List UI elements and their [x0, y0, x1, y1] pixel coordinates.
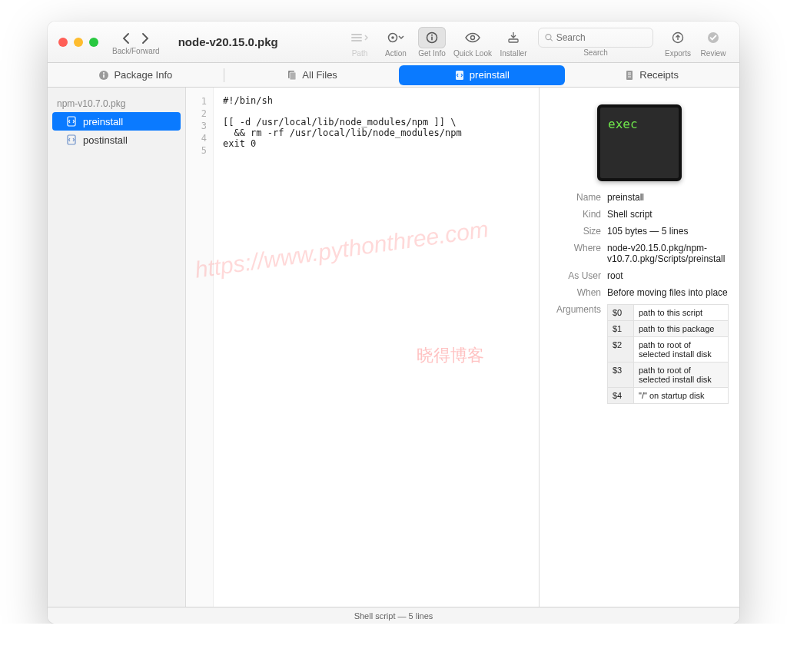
gear-dropdown-icon [386, 31, 406, 44]
window-controls [58, 38, 98, 47]
info-key-size: Size [550, 226, 601, 237]
args-row: $2path to root of selected install disk [608, 337, 729, 362]
path-label: Path [352, 49, 368, 58]
info-key-asuser: As User [550, 270, 601, 281]
args-row: $3path to root of selected install disk [608, 362, 729, 388]
export-icon [672, 31, 684, 44]
arg-desc: path to this script [634, 305, 729, 321]
code-viewer: 12345 #!/bin/sh [[ -d /usr/local/lib/nod… [186, 88, 540, 607]
script-file-icon [66, 134, 77, 145]
sidebar-item-label: preinstall [83, 116, 123, 127]
tab-divider [224, 68, 224, 82]
nav-label: Back/Forward [112, 47, 160, 55]
check-circle-icon [707, 31, 719, 44]
status-text: Shell script — 5 lines [354, 611, 433, 621]
info-key-kind: Kind [550, 209, 601, 220]
arg-desc: path to root of selected install disk [634, 337, 729, 362]
action-label: Action [385, 49, 407, 58]
svg-rect-7 [431, 36, 433, 40]
arg-key: $3 [608, 362, 634, 388]
chevron-right-icon [142, 33, 149, 44]
sidebar-item-postinstall[interactable]: postinstall [52, 131, 181, 149]
installer-button[interactable] [500, 27, 527, 48]
svg-rect-22 [628, 76, 631, 77]
info-pane: exec Name preinstall Kind Shell script S… [540, 88, 739, 607]
info-val-size: 105 bytes — 5 lines [607, 226, 729, 237]
svg-rect-0 [351, 34, 362, 35]
tab-label: preinstall [470, 69, 510, 81]
getinfo-button[interactable] [418, 27, 446, 48]
sidebar-item-label: postinstall [83, 134, 128, 146]
svg-point-8 [470, 35, 474, 39]
svg-point-4 [391, 36, 394, 39]
quicklook-label: Quick Look [453, 49, 492, 58]
exports-button[interactable] [664, 27, 692, 48]
svg-point-10 [546, 34, 551, 39]
svg-point-14 [103, 72, 105, 74]
tab-preinstall[interactable]: preinstall [399, 65, 566, 85]
tab-package-info[interactable]: Package Info [52, 65, 219, 85]
getinfo-label: Get Info [418, 49, 446, 58]
action-button[interactable] [381, 27, 410, 48]
nav-group: Back/Forward [112, 29, 160, 55]
window-title: node-v20.15.0.pkg [178, 35, 278, 48]
args-row: $4"/" on startup disk [608, 388, 729, 404]
receipt-icon [624, 70, 635, 81]
arg-desc: "/" on startup disk [634, 388, 729, 404]
files-icon [287, 70, 297, 81]
installer-label: Installer [500, 49, 526, 58]
info-key-arguments: Arguments [550, 304, 601, 315]
close-button[interactable] [58, 38, 68, 47]
info-icon [98, 70, 109, 81]
eye-icon [465, 32, 480, 43]
svg-rect-17 [290, 72, 296, 80]
info-val-arguments: $0path to this script$1path to this pack… [607, 304, 729, 404]
args-row: $0path to this script [608, 305, 729, 321]
status-bar: Shell script — 5 lines [48, 607, 739, 624]
exec-badge: exec [608, 117, 638, 169]
info-key-where: Where [550, 243, 601, 253]
arg-key: $4 [608, 388, 634, 404]
review-label: Review [701, 49, 726, 58]
tab-receipts[interactable]: Receipts [568, 65, 735, 85]
search-icon [545, 33, 553, 42]
arg-desc: path to root of selected install disk [634, 362, 729, 388]
arg-key: $2 [608, 337, 634, 362]
info-icon [426, 31, 438, 44]
app-window: Back/Forward node-v20.15.0.pkg Path Acti… [48, 22, 739, 624]
zoom-button[interactable] [89, 38, 98, 47]
list-icon [351, 32, 368, 43]
info-val-where: node-v20.15.0.pkg/npm-v10.7.0.pkg/Script… [607, 243, 729, 264]
sidebar-item-preinstall[interactable]: preinstall [52, 112, 181, 131]
svg-rect-2 [351, 40, 362, 41]
info-val-kind: Shell script [607, 209, 729, 220]
arg-key: $0 [608, 305, 634, 321]
minimize-button[interactable] [74, 38, 83, 47]
tab-label: Receipts [639, 69, 679, 81]
search-input[interactable] [556, 32, 646, 43]
svg-point-6 [431, 34, 433, 35]
back-button[interactable] [117, 29, 135, 48]
info-key-when: When [550, 287, 601, 298]
arg-desc: path to this package [634, 321, 729, 337]
arg-key: $1 [608, 321, 634, 337]
code-content[interactable]: #!/bin/sh [[ -d /usr/local/lib/node_modu… [214, 88, 539, 607]
exports-label: Exports [665, 49, 691, 58]
quicklook-button[interactable] [459, 27, 486, 48]
sidebar: npm-v10.7.0.pkg preinstallpostinstall [48, 88, 186, 607]
svg-rect-21 [628, 74, 631, 75]
tab-all-files[interactable]: All Files [229, 65, 396, 85]
installer-icon [507, 31, 520, 44]
path-button [346, 27, 374, 48]
args-row: $1path to this package [608, 321, 729, 337]
search-field[interactable] [538, 28, 653, 48]
script-file-icon [66, 116, 77, 127]
script-icon [454, 70, 465, 81]
svg-rect-9 [509, 39, 518, 42]
svg-rect-20 [628, 72, 631, 73]
review-button[interactable] [699, 27, 727, 48]
file-thumbnail: exec [597, 104, 682, 181]
main-area: npm-v10.7.0.pkg preinstallpostinstall 12… [48, 88, 739, 607]
arguments-table: $0path to this script$1path to this pack… [607, 304, 729, 404]
forward-button[interactable] [137, 29, 155, 48]
